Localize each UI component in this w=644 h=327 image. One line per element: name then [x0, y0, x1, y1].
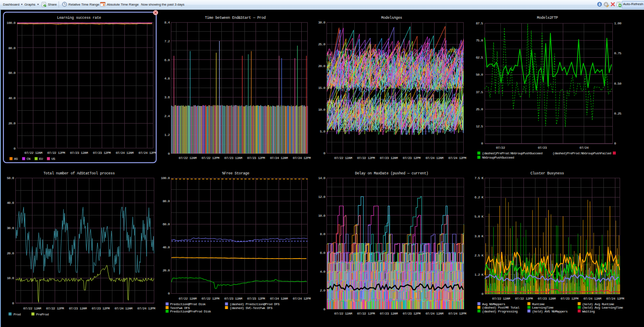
svg-text:07/24 12PM: 07/24 12PM	[448, 156, 466, 160]
svg-text:0: 0	[614, 141, 616, 145]
svg-text:PreProd: PreProd	[36, 312, 49, 316]
svg-text:(dashed) Progressing: (dashed) Progressing	[482, 309, 518, 313]
svg-text:Delay on MaxDate (pushed — cur: Delay on MaxDate (pushed — current)	[355, 171, 429, 176]
svg-text:10.0: 10.0	[318, 108, 325, 112]
svg-text:2.0: 2.0	[320, 289, 326, 292]
svg-text:2.4: 2.4	[165, 114, 170, 118]
svg-text:6.0: 6.0	[165, 58, 170, 62]
svg-text:07/23 12AM: 07/23 12AM	[538, 297, 556, 300]
svg-text:07/23 12PM: 07/23 12PM	[403, 312, 421, 315]
svg-text:07/22 12PM: 07/22 12PM	[201, 156, 219, 160]
svg-text:3.8 K: 3.8 K	[474, 234, 484, 238]
svg-text:07/23 12PM: 07/23 12PM	[561, 297, 579, 300]
svg-text:0: 0	[14, 147, 16, 150]
svg-text:07/23 12PM: 07/23 12PM	[93, 151, 111, 155]
svg-text:40.0: 40.0	[8, 96, 15, 100]
svg-text:0.50: 0.50	[614, 82, 621, 85]
svg-text:25.0: 25.0	[476, 107, 483, 111]
svg-text:07/24 12PM: 07/24 12PM	[606, 297, 624, 300]
svg-text:20.0: 20.0	[318, 64, 325, 68]
svg-text:0.75: 0.75	[614, 51, 621, 55]
svg-text:7.2: 7.2	[165, 39, 170, 43]
svg-text:6.0: 6.0	[320, 251, 326, 255]
svg-text:07/23 12AM: 07/23 12AM	[69, 306, 87, 310]
svg-text:EU: EU	[39, 157, 43, 161]
svg-text:Waiting: Waiting	[582, 309, 595, 313]
svg-text:07/22 12AM: 07/22 12AM	[334, 312, 352, 315]
svg-text:07/23 12AM: 07/23 12AM	[224, 156, 242, 160]
svg-text:07/23 12AM: 07/23 12AM	[224, 297, 242, 300]
svg-text:14.0: 14.0	[318, 176, 325, 180]
svg-text:1.00: 1.00	[614, 21, 621, 25]
svg-text:30.0: 30.0	[318, 21, 325, 24]
svg-text:07/24 12PM: 07/24 12PM	[138, 151, 156, 155]
svg-text:(bold) AVG NbMappers: (bold) AVG NbMappers	[532, 309, 568, 313]
svg-text:87.5: 87.5	[476, 21, 483, 25]
svg-text:07/24: 07/24	[579, 146, 589, 150]
svg-text:07/24 12PM: 07/24 12PM	[137, 306, 155, 310]
svg-text:0.25: 0.25	[614, 112, 621, 115]
svg-text:1.2: 1.2	[165, 133, 170, 137]
svg-text:AS: AS	[14, 157, 18, 161]
svg-text:07/22 12AM: 07/22 12AM	[179, 156, 197, 160]
svg-text:8.0: 8.0	[320, 232, 326, 236]
svg-text:07/22 12PM: 07/22 12PM	[515, 297, 533, 300]
svg-text:20.0: 20.0	[8, 121, 15, 125]
svg-text:Cluster Busyness: Cluster Busyness	[530, 171, 564, 176]
svg-text:80.0: 80.0	[8, 46, 15, 50]
svg-text:10.0: 10.0	[7, 276, 14, 280]
svg-text:US: US	[51, 157, 55, 161]
svg-text:3.6: 3.6	[165, 95, 170, 99]
svg-text:0: 0	[323, 151, 326, 155]
svg-text:(dashed)PreProd:NbGroupPushFai: (dashed)PreProd:NbGroupPushFailed	[553, 151, 612, 155]
svg-text:0: 0	[323, 307, 326, 311]
svg-text:07/23: 07/23	[538, 146, 547, 150]
svg-text:07/24 12AM: 07/24 12AM	[270, 297, 288, 300]
svg-text:75.0: 75.0	[476, 38, 483, 42]
svg-text:07/22 12PM: 07/22 12PM	[46, 306, 64, 310]
svg-text:07/24 12AM: 07/24 12AM	[583, 297, 601, 300]
svg-text:07/24 12AM: 07/24 12AM	[115, 306, 132, 310]
svg-text:07/22 12PM: 07/22 12PM	[201, 297, 219, 300]
svg-text:07/22 12AM: 07/22 12AM	[492, 297, 510, 300]
svg-text:ModelsAges: ModelsAges	[381, 16, 402, 20]
svg-text:07/23 12PM: 07/23 12PM	[247, 156, 265, 160]
svg-text:07/22 12PM: 07/22 12PM	[357, 156, 375, 160]
svg-text:(dashed)PreProd:NbGroupPushSuc: (dashed)PreProd:NbGroupPushSucceed	[482, 151, 543, 155]
svg-text:07/22 12AM: 07/22 12AM	[334, 156, 352, 160]
svg-text:Learning success rate: Learning success rate	[57, 16, 101, 20]
svg-text:07/23 12AM: 07/23 12AM	[380, 312, 398, 315]
svg-text:7.5 K: 7.5 K	[474, 176, 484, 180]
svg-text:Time between End&Start — Prod: Time between End&Start — Prod	[205, 16, 265, 20]
svg-text:100.0: 100.0	[161, 176, 170, 180]
svg-text:0: 0	[12, 301, 14, 305]
svg-text:62.5: 62.5	[476, 56, 483, 59]
svg-text:37.5: 37.5	[476, 90, 483, 94]
svg-text:40.0: 40.0	[7, 201, 14, 205]
svg-text:07/24 12AM: 07/24 12AM	[116, 151, 134, 155]
svg-text:07/24 12AM: 07/24 12AM	[270, 156, 288, 160]
svg-text:07/22 12PM: 07/22 12PM	[357, 312, 375, 315]
svg-text:(dashed) SVC-TestFwk DFS: (dashed) SVC-TestFwk DFS	[230, 306, 273, 310]
svg-text:Models2FTP: Models2FTP	[537, 16, 558, 20]
svg-text:Prod: Prod	[14, 312, 21, 316]
svg-text:1.2 K: 1.2 K	[474, 273, 484, 277]
svg-text:8.4: 8.4	[165, 21, 170, 24]
svg-text:20.0: 20.0	[162, 268, 170, 272]
svg-text:5.0 K: 5.0 K	[474, 215, 484, 218]
svg-text:07/24 12AM: 07/24 12AM	[426, 156, 444, 160]
svg-text:07/23 12PM: 07/23 12PM	[247, 297, 265, 300]
svg-text:07/23 12AM: 07/23 12AM	[380, 156, 398, 160]
svg-text:10.0: 10.0	[318, 214, 325, 218]
svg-text:Prediction@PreProd Disk: Prediction@PreProd Disk	[170, 309, 211, 313]
svg-text:0: 0	[482, 292, 484, 296]
svg-text:60.0: 60.0	[162, 222, 170, 226]
svg-text:25.0: 25.0	[318, 42, 325, 46]
svg-text:6.2 K: 6.2 K	[474, 195, 484, 199]
svg-text:07/23 12AM: 07/23 12AM	[70, 151, 88, 155]
svg-text:Total number of AdStatTool pro: Total number of AdStatTool process	[44, 171, 115, 176]
svg-text:0: 0	[168, 152, 170, 156]
svg-text:5.0: 5.0	[320, 130, 326, 133]
svg-text:0: 0	[481, 141, 483, 145]
svg-text:07/22 12AM: 07/22 12AM	[23, 306, 41, 310]
